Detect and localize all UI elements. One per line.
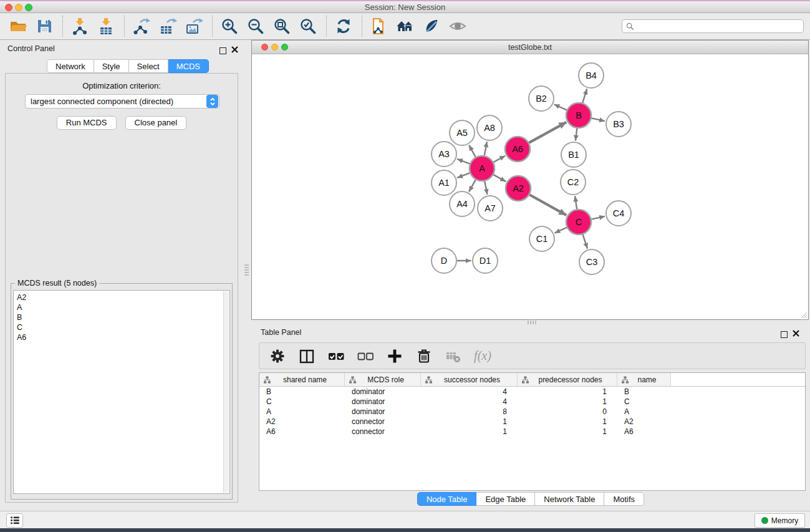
edge-B-B2[interactable] [554, 104, 567, 110]
task-history-button[interactable] [6, 513, 23, 528]
table-row[interactable]: Adominator80A [259, 407, 805, 417]
run-mcds-button[interactable]: Run MCDS [57, 116, 117, 130]
node-C3[interactable]: C3 [579, 249, 604, 274]
network-window-titlebar[interactable]: testGlobe.txt [252, 41, 808, 54]
close-traffic-light[interactable] [5, 4, 12, 11]
result-item[interactable]: A [17, 302, 229, 312]
edge-B-B1[interactable] [576, 128, 577, 140]
node-B2[interactable]: B2 [529, 86, 554, 111]
node-C4[interactable]: C4 [606, 201, 631, 226]
network-minimize-traffic-light[interactable] [271, 44, 278, 51]
edge-A-A5[interactable] [469, 145, 476, 158]
import-network-button[interactable] [69, 16, 90, 37]
tab-network-table[interactable]: Network Table [535, 492, 604, 506]
edge-B-B3[interactable] [591, 118, 605, 121]
refresh-button[interactable] [333, 16, 354, 37]
float-panel-icon[interactable] [219, 46, 226, 57]
tab-node-table[interactable]: Node Table [417, 492, 477, 506]
table-row[interactable]: A6connector11A6 [259, 427, 805, 437]
edge-A-A1[interactable] [457, 173, 470, 178]
horizontal-splitter-handle[interactable] [528, 321, 536, 324]
create-column-button[interactable] [385, 347, 404, 365]
edge-C-C3[interactable] [582, 234, 587, 248]
zoom-out-button[interactable] [245, 16, 266, 37]
edge-C-C1[interactable] [554, 228, 567, 233]
result-item[interactable]: A6 [17, 332, 229, 342]
column-header[interactable]: name [617, 373, 671, 386]
edge-A-A6[interactable] [493, 156, 505, 162]
table-close-panel-icon[interactable] [793, 328, 799, 339]
copy-network-button[interactable] [369, 16, 390, 37]
node-A2[interactable]: A2 [506, 176, 531, 201]
node-C[interactable]: C [566, 210, 591, 235]
graphics-details-button[interactable] [421, 16, 442, 37]
close-panel-button[interactable]: Close panel [125, 116, 187, 130]
result-list-scrollbar[interactable] [223, 291, 229, 493]
mcds-result-list[interactable]: A2ABCA6 [13, 290, 230, 494]
tab-mcds[interactable]: MCDS [168, 59, 209, 73]
network-zoom-traffic-light[interactable] [281, 44, 288, 51]
node-A4[interactable]: A4 [450, 191, 475, 216]
node-A8[interactable]: A8 [477, 115, 502, 140]
export-image-button[interactable] [183, 16, 205, 37]
tab-style[interactable]: Style [94, 59, 129, 73]
network-close-traffic-light[interactable] [261, 44, 268, 51]
zoom-in-button[interactable] [219, 16, 240, 37]
edge-B-B4[interactable] [582, 89, 587, 103]
edge-C-C2[interactable] [575, 196, 577, 209]
search-field[interactable] [622, 19, 804, 33]
tab-select[interactable]: Select [129, 59, 168, 73]
node-A6[interactable]: A6 [505, 137, 530, 162]
node-D[interactable]: D [432, 248, 456, 273]
column-header[interactable]: shared name [259, 373, 345, 386]
zoom-selected-button[interactable] [297, 16, 319, 37]
network-canvas[interactable]: B4B2BB3B1A5A8A6A3AA1C2A4A7A2CC4C1C3DD1 [252, 54, 808, 319]
table-row[interactable]: Cdominator41C [259, 397, 805, 407]
node-B4[interactable]: B4 [579, 63, 604, 88]
import-table-button[interactable] [95, 16, 117, 37]
zoom-fit-button[interactable] [271, 16, 292, 37]
node-A7[interactable]: A7 [478, 196, 503, 221]
edge-A-A2[interactable] [493, 175, 506, 181]
edge-A-A8[interactable] [485, 142, 487, 156]
node-C2[interactable]: C2 [561, 170, 586, 195]
tab-motifs[interactable]: Motifs [604, 492, 644, 506]
node-A5[interactable]: A5 [450, 120, 475, 145]
select-all-columns-button[interactable] [327, 347, 345, 365]
column-header[interactable]: predecessor nodes [518, 373, 617, 386]
tab-edge-table[interactable]: Edge Table [476, 492, 535, 506]
edge-A-A4[interactable] [469, 180, 476, 192]
table-row[interactable]: A2connector11A2 [259, 417, 805, 427]
edge-A2-C[interactable] [529, 195, 566, 215]
close-panel-icon[interactable] [231, 44, 238, 56]
delete-columns-button[interactable] [415, 347, 433, 365]
tab-network[interactable]: Network [47, 59, 94, 73]
export-network-button[interactable] [131, 16, 152, 37]
node-B1[interactable]: B1 [561, 142, 586, 167]
column-header[interactable]: successor nodes [421, 373, 518, 386]
node-A1[interactable]: A1 [432, 170, 456, 195]
criterion-select[interactable]: largest connected component (directed) [25, 94, 219, 109]
memory-button[interactable]: Memory [755, 513, 805, 528]
node-B3[interactable]: B3 [606, 112, 631, 137]
export-table-button[interactable] [157, 16, 178, 37]
edge-C-C4[interactable] [591, 216, 605, 220]
table-row[interactable]: Bdominator41B [259, 387, 805, 397]
result-item[interactable]: A2 [17, 293, 229, 302]
unselect-all-columns-button[interactable] [356, 347, 375, 365]
node-D1[interactable]: D1 [473, 248, 498, 273]
minimize-traffic-light[interactable] [15, 4, 22, 11]
birds-eye-view-button[interactable] [447, 16, 468, 37]
node-table[interactable]: shared nameMCDS rolesuccessor nodesprede… [259, 372, 806, 491]
show-column-button[interactable] [297, 347, 316, 365]
table-settings-button[interactable] [268, 347, 287, 365]
edge-A6-B[interactable] [529, 122, 566, 143]
home-button[interactable] [395, 16, 416, 37]
open-session-button[interactable] [7, 16, 29, 37]
node-A3[interactable]: A3 [432, 142, 456, 167]
search-input[interactable] [637, 22, 803, 31]
result-item[interactable]: C [17, 322, 229, 332]
node-B[interactable]: B [566, 103, 591, 128]
node-A[interactable]: A [470, 156, 494, 181]
save-session-button[interactable] [34, 16, 55, 37]
